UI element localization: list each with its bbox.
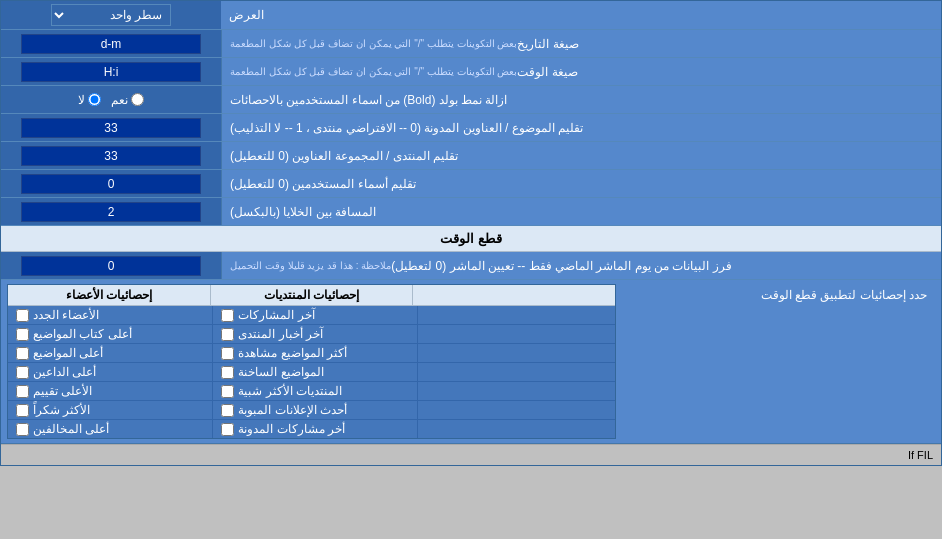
time-format-input[interactable]	[21, 62, 201, 82]
topic-trim-input[interactable]	[21, 118, 201, 138]
cb-most-thanked[interactable]	[16, 404, 29, 417]
bold-remove-yes-label: نعم	[111, 93, 144, 107]
cb-col2-5: المنتديات الأكثر شبية	[212, 382, 417, 400]
date-format-label: صيغة التاريخ بعض التكوينات يتطلب "/" الت…	[221, 30, 941, 57]
cb-col1-7	[417, 420, 614, 438]
display-select[interactable]: سطر واحد سطران ثلاثة أسطر	[51, 4, 171, 26]
cb-top-inviters[interactable]	[16, 366, 29, 379]
cell-padding-row: المسافة بين الخلايا (بالبكسل)	[1, 198, 941, 226]
time-format-row: صيغة الوقت بعض التكوينات يتطلب "/" التي …	[1, 58, 941, 86]
cb-header-col3: إحصائيات الأعضاء	[8, 285, 210, 305]
checkboxes-grid: إحصائيات المنتديات إحصائيات الأعضاء آخر …	[7, 284, 616, 439]
cb-last-blog-posts[interactable]	[221, 423, 234, 436]
cb-col2-3: أكثر المواضيع مشاهدة	[212, 344, 417, 362]
main-container: العرض سطر واحد سطران ثلاثة أسطر صيغة الت…	[0, 0, 942, 466]
forum-trim-input-wrap	[1, 142, 221, 169]
cb-col2-4: المواضيع الساخنة	[212, 363, 417, 381]
realtime-days-row: فرز البيانات من يوم الماشر الماضي فقط --…	[1, 252, 941, 280]
bottom-note: If FIL	[1, 444, 941, 465]
cb-col1-4	[417, 363, 614, 381]
cb-last-news[interactable]	[221, 328, 234, 341]
bold-remove-row: ازالة نمط بولد (Bold) من اسماء المستخدمي…	[1, 86, 941, 114]
username-trim-row: تقليم أسماء المستخدمين (0 للتعطيل)	[1, 170, 941, 198]
username-trim-input-wrap	[1, 170, 221, 197]
display-row: العرض سطر واحد سطران ثلاثة أسطر	[1, 1, 941, 30]
forum-trim-row: تقليم المنتدى / المجموعة العناوين (0 للت…	[1, 142, 941, 170]
cell-padding-input[interactable]	[21, 202, 201, 222]
username-trim-input[interactable]	[21, 174, 201, 194]
display-select-wrap: سطر واحد سطران ثلاثة أسطر	[1, 1, 221, 29]
cb-col3-3: أعلى المواضيع	[8, 344, 212, 362]
realtime-section-header: قطع الوقت	[1, 226, 941, 252]
cb-col3-2: أعلى كتاب المواضيع	[8, 325, 212, 343]
cb-col1-2	[417, 325, 614, 343]
checkboxes-header: إحصائيات المنتديات إحصائيات الأعضاء	[8, 285, 615, 306]
cb-row-6: أحدث الإعلانات المبوبة الأكثر شكراً	[8, 401, 615, 420]
cb-col2-2: آخر أخبار المنتدى	[212, 325, 417, 343]
realtime-days-label: فرز البيانات من يوم الماشر الماضي فقط --…	[221, 252, 941, 279]
date-format-input-wrap	[1, 30, 221, 57]
cb-col3-4: أعلى الداعين	[8, 363, 212, 381]
realtime-days-input[interactable]	[21, 256, 201, 276]
cell-padding-input-wrap	[1, 198, 221, 225]
username-trim-label: تقليم أسماء المستخدمين (0 للتعطيل)	[221, 170, 941, 197]
cb-header-col1	[412, 285, 615, 305]
bold-remove-input: نعم لا	[1, 86, 221, 113]
stats-apply-inner: حدد إحصائيات لتطبيق قطع الوقت إحصائيات ا…	[7, 284, 935, 439]
cb-new-members[interactable]	[16, 309, 29, 322]
bold-no-radio[interactable]	[88, 93, 101, 106]
cb-row-1: آخر المشاركات الأعضاء الجدد	[8, 306, 615, 325]
topic-trim-input-wrap	[1, 114, 221, 141]
topic-trim-label: تقليم الموضوع / العناوين المدونة (0 -- ا…	[221, 114, 941, 141]
cb-most-viewed[interactable]	[221, 347, 234, 360]
cb-top-rated[interactable]	[16, 385, 29, 398]
cb-col3-5: الأعلى تقييم	[8, 382, 212, 400]
cb-most-similar-forums[interactable]	[221, 385, 234, 398]
cb-col1-5	[417, 382, 614, 400]
cb-row-3: أكثر المواضيع مشاهدة أعلى المواضيع	[8, 344, 615, 363]
cb-col1-6	[417, 401, 614, 419]
cb-col3-7: أعلى المخالفين	[8, 420, 212, 438]
time-format-input-wrap	[1, 58, 221, 85]
time-format-label: صيغة الوقت بعض التكوينات يتطلب "/" التي …	[221, 58, 941, 85]
cb-col1-3	[417, 344, 614, 362]
topic-trim-row: تقليم الموضوع / العناوين المدونة (0 -- ا…	[1, 114, 941, 142]
display-label: العرض	[221, 1, 941, 29]
realtime-days-input-wrap	[1, 252, 221, 279]
cb-hot-topics[interactable]	[221, 366, 234, 379]
cb-latest-classified[interactable]	[221, 404, 234, 417]
cb-row-2: آخر أخبار المنتدى أعلى كتاب المواضيع	[8, 325, 615, 344]
cb-header-col2: إحصائيات المنتديات	[210, 285, 413, 305]
stats-apply-label: حدد إحصائيات لتطبيق قطع الوقت	[616, 284, 935, 306]
cell-padding-label: المسافة بين الخلايا (بالبكسل)	[221, 198, 941, 225]
cb-row-7: أخر مشاركات المدونة أعلى المخالفين	[8, 420, 615, 438]
cb-last-posts[interactable]	[221, 309, 234, 322]
cb-top-violators[interactable]	[16, 423, 29, 436]
cb-row-5: المنتديات الأكثر شبية الأعلى تقييم	[8, 382, 615, 401]
stats-apply-row: حدد إحصائيات لتطبيق قطع الوقت إحصائيات ا…	[1, 280, 941, 444]
forum-trim-label: تقليم المنتدى / المجموعة العناوين (0 للت…	[221, 142, 941, 169]
cb-col1-1	[417, 306, 614, 324]
cb-top-topic-writers[interactable]	[16, 328, 29, 341]
cb-col3-1: الأعضاء الجدد	[8, 306, 212, 324]
forum-trim-input[interactable]	[21, 146, 201, 166]
cb-col2-6: أحدث الإعلانات المبوبة	[212, 401, 417, 419]
bold-remove-no-label: لا	[78, 93, 101, 107]
date-format-input[interactable]	[21, 34, 201, 54]
cb-top-topics[interactable]	[16, 347, 29, 360]
bold-yes-radio[interactable]	[131, 93, 144, 106]
cb-row-4: المواضيع الساخنة أعلى الداعين	[8, 363, 615, 382]
date-format-row: صيغة التاريخ بعض التكوينات يتطلب "/" الت…	[1, 30, 941, 58]
cb-col2-7: أخر مشاركات المدونة	[212, 420, 417, 438]
cb-col3-6: الأكثر شكراً	[8, 401, 212, 419]
bold-remove-label: ازالة نمط بولد (Bold) من اسماء المستخدمي…	[221, 86, 941, 113]
cb-col2-1: آخر المشاركات	[212, 306, 417, 324]
